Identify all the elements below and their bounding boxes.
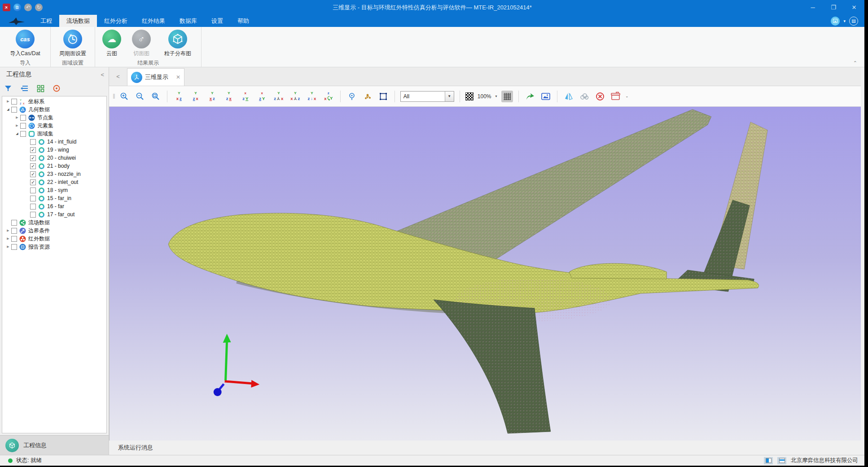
view-iso4-icon[interactable]: zx⤹Y — [322, 91, 335, 102]
checkbox[interactable] — [30, 163, 36, 169]
ribbon-collapse-icon[interactable]: ⌃ — [853, 60, 857, 66]
save-icon[interactable]: 🗎 — [13, 4, 21, 11]
view-back-icon[interactable]: Yzx — [189, 91, 202, 102]
tree-item-surface[interactable]: 22 - inlet_out — [2, 178, 106, 186]
checkbox[interactable] — [30, 212, 36, 218]
menu-item-ir-analysis[interactable]: 红外分析 — [97, 15, 135, 27]
tree-item-surface[interactable]: 20 - chuiwei — [2, 154, 106, 162]
tree-item-coordinate-system[interactable]: Yzx 坐标系 — [2, 97, 106, 105]
undo-icon[interactable]: ↶ — [24, 4, 32, 11]
checkbox[interactable] — [11, 99, 17, 105]
molecule-icon[interactable] — [362, 91, 373, 102]
archive-caret-icon[interactable]: ⌄ — [626, 94, 629, 98]
checkerboard-icon[interactable] — [465, 92, 473, 100]
tree-item-surface[interactable]: 23 - nozzle_in — [2, 170, 106, 178]
checkbox[interactable] — [11, 220, 17, 226]
checkbox[interactable] — [30, 188, 36, 193]
checkbox[interactable] — [11, 107, 17, 113]
checkbox[interactable] — [11, 244, 17, 250]
target-icon[interactable] — [52, 84, 61, 93]
expander-icon[interactable] — [5, 245, 11, 249]
periodic-face-button[interactable]: 周期面设置 — [53, 29, 92, 57]
expander-icon[interactable] — [5, 100, 11, 103]
panel-collapse-icon[interactable]: < — [101, 71, 104, 78]
display-filter-select[interactable]: All ▼ — [400, 91, 454, 102]
expander-icon[interactable] — [14, 124, 20, 127]
tree-item-report-resources[interactable]: 报告资源 — [2, 243, 106, 251]
app-red-icon[interactable]: ✈ — [3, 4, 10, 11]
checkbox[interactable] — [30, 196, 36, 201]
section-plane-button[interactable]: ♂ 切面图 — [126, 29, 157, 57]
view-iso3-icon[interactable]: Yz↓x — [306, 91, 318, 102]
close-icon[interactable]: ✕ — [844, 0, 864, 15]
tree-item-surface[interactable]: 18 - sym — [2, 186, 106, 194]
expander-icon[interactable] — [5, 229, 11, 232]
checkbox[interactable] — [30, 171, 36, 177]
notebook-icon[interactable]: ▤ — [849, 17, 858, 26]
tree-item-surface[interactable]: 14 - int_fluid — [2, 138, 106, 146]
checkbox[interactable] — [20, 131, 26, 137]
probe-pin-icon[interactable] — [346, 91, 358, 102]
checkbox[interactable] — [20, 115, 26, 121]
minimize-icon[interactable]: ─ — [802, 0, 823, 15]
viewport-3d[interactable] — [109, 107, 861, 441]
zoom-caret-icon[interactable]: ▾ — [495, 94, 497, 98]
menu-item-settings[interactable]: 设置 — [204, 15, 230, 27]
grid-icon[interactable] — [36, 84, 45, 93]
tree-item-element-set[interactable]: 元素集 — [2, 122, 106, 130]
zoom-in-icon[interactable] — [118, 91, 130, 102]
checkbox[interactable] — [30, 139, 36, 145]
export-arrow-icon[interactable] — [524, 91, 536, 102]
checkbox[interactable] — [30, 147, 36, 153]
view-top-icon[interactable]: xzY — [239, 91, 252, 102]
box-select-icon[interactable] — [377, 91, 389, 102]
checkbox[interactable] — [30, 179, 36, 185]
layout-bottom-icon[interactable] — [777, 457, 786, 464]
menu-item-flowfield[interactable]: 流场数据 — [59, 15, 97, 27]
view-right-icon[interactable]: Yzx — [223, 91, 235, 102]
toolbar-drag-handle[interactable]: ‖ — [113, 93, 114, 100]
screen-share-icon[interactable]: ▶ — [831, 17, 840, 26]
checkbox[interactable] — [20, 123, 26, 129]
checkbox[interactable] — [11, 236, 17, 242]
tree-item-infrared-data[interactable]: 红外数据 — [2, 235, 106, 243]
menu-item-ir-results[interactable]: 红外结果 — [135, 15, 172, 27]
expander-icon[interactable] — [14, 116, 20, 119]
combo-dropdown-icon[interactable]: ▼ — [445, 92, 454, 101]
tree-item-surface[interactable]: 19 - wing — [2, 146, 106, 154]
tree-item-surface[interactable]: 16 - far — [2, 202, 106, 210]
cloud-outline-icon[interactable] — [579, 91, 590, 102]
redo-icon[interactable]: ↻ — [35, 4, 43, 11]
tab-3d-view[interactable]: 三维显示 ✕ — [127, 68, 184, 86]
contour-button[interactable]: ☁ 云图 — [98, 29, 126, 57]
tree-item-surface[interactable]: 21 - body — [2, 162, 106, 170]
tab-scroll-left-icon[interactable]: < — [109, 67, 127, 86]
tree-item-surface[interactable]: 15 - far_in — [2, 194, 106, 202]
list-icon[interactable] — [20, 84, 29, 93]
mesh-grid-icon[interactable] — [501, 91, 513, 102]
tab-close-icon[interactable]: ✕ — [176, 74, 180, 80]
view-iso2-icon[interactable]: Yx⅄z — [289, 91, 302, 102]
archive-icon[interactable] — [610, 91, 622, 102]
checkbox[interactable] — [30, 204, 36, 209]
view-iso1-icon[interactable]: Yz⅄x — [272, 91, 285, 102]
maximize-icon[interactable]: ❐ — [823, 0, 844, 15]
layout-split-icon[interactable] — [764, 457, 773, 464]
menu-item-help[interactable]: 帮助 — [230, 15, 256, 27]
tree-item-boundary-conditions[interactable]: 边界条件 — [2, 227, 106, 235]
filter-icon[interactable] — [4, 84, 13, 93]
dropdown-caret-icon[interactable]: ▾ — [843, 19, 846, 23]
menu-item-database[interactable]: 数据库 — [172, 15, 204, 27]
zoom-out-icon[interactable] — [134, 91, 146, 102]
checkbox[interactable] — [11, 228, 17, 234]
view-left-icon[interactable]: Yxz — [206, 91, 219, 102]
tree-item-geometry-data[interactable]: 几何数据 — [2, 105, 106, 113]
tree-item-node-set[interactable]: 节点集 — [2, 113, 106, 122]
expander-icon[interactable] — [5, 237, 11, 240]
zoom-fit-icon[interactable] — [150, 91, 162, 102]
snapshot-icon[interactable] — [540, 91, 552, 102]
mirror-icon[interactable] — [563, 91, 574, 102]
panel-footer-project-info[interactable]: 工程信息 — [0, 435, 109, 455]
tree-item-surface[interactable]: 17 - far_out — [2, 210, 106, 218]
menu-item-engineering[interactable]: 工程 — [33, 15, 59, 27]
